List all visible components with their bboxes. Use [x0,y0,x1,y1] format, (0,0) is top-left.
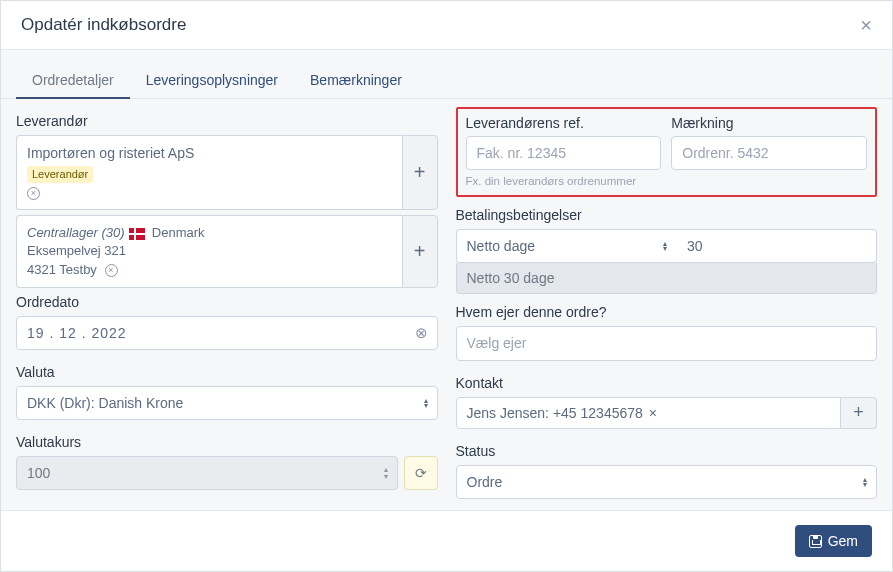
modal-footer: Gem [1,510,892,571]
owner-input[interactable] [456,326,878,360]
payment-days-input[interactable] [677,229,877,263]
modal-body: Ordredetaljer Leveringsoplysninger Bemær… [1,50,892,510]
warehouse-line2: 4321 Testby [27,262,97,277]
modal-title: Opdatér indkøbsordre [21,15,186,35]
remove-contact-icon[interactable]: × [649,405,657,421]
save-button[interactable]: Gem [795,525,872,557]
col-right: Leverandørens ref. Mærkning Fx. din leve… [456,107,878,499]
marking-input[interactable] [671,136,867,170]
supplier-card[interactable]: Importøren og risteriet ApS Leverandør × [16,135,402,210]
tab-delivery[interactable]: Leveringsoplysninger [130,62,294,98]
order-date-input[interactable] [16,316,438,350]
owner-label: Hvem ejer denne ordre? [456,304,878,320]
warehouse-country: Denmark [152,225,205,240]
order-date-label: Ordredato [16,294,438,310]
payment-type-select[interactable]: Netto dage [456,229,678,263]
tab-notes[interactable]: Bemærkninger [294,62,418,98]
rate-input [16,456,398,490]
status-label: Status [456,443,878,459]
close-icon[interactable]: × [860,15,872,35]
clear-date-icon[interactable]: ⊗ [415,324,428,342]
add-warehouse-button[interactable]: + [402,215,438,288]
warehouse-card-row: Centrallager (30) Denmark Eksempelvej 32… [16,215,438,288]
rate-label: Valutakurs [16,434,438,450]
danish-flag-icon [129,228,145,240]
supplier-ref-input[interactable] [466,136,662,170]
contact-label: Kontakt [456,375,878,391]
highlight-box: Leverandørens ref. Mærkning Fx. din leve… [456,107,878,197]
save-button-label: Gem [828,533,858,549]
currency-label: Valuta [16,364,438,380]
supplier-label: Leverandør [16,113,438,129]
contact-field[interactable]: Jens Jensen: +45 12345678 × [456,397,842,429]
tab-order-details[interactable]: Ordredetaljer [16,62,130,98]
remove-supplier-icon[interactable]: × [27,187,40,200]
refresh-rate-button[interactable]: ⟳ [404,456,438,490]
add-supplier-button[interactable]: + [402,135,438,210]
contact-value: Jens Jensen: +45 12345678 [467,405,643,421]
remove-warehouse-icon[interactable]: × [105,264,118,277]
payment-result: Netto 30 dage [456,263,878,294]
payment-label: Betalingsbetingelser [456,207,878,223]
warehouse-name: Centrallager (30) [27,225,125,240]
supplier-card-row: Importøren og risteriet ApS Leverandør ×… [16,135,438,210]
update-po-modal: Opdatér indkøbsordre × Ordredetaljer Lev… [0,0,893,572]
warehouse-line1: Eksempelvej 321 [27,243,126,258]
supplier-ref-label: Leverandørens ref. [466,115,662,131]
modal-header: Opdatér indkøbsordre × [1,1,892,50]
supplier-name: Importøren og risteriet ApS [27,144,392,164]
tab-content: Leverandør Importøren og risteriet ApS L… [1,99,892,510]
tab-bar: Ordredetaljer Leveringsoplysninger Bemær… [1,62,892,99]
supplier-ref-helper: Fx. din leverandørs ordrenummer [466,175,868,187]
currency-select[interactable]: DKK (Dkr): Danish Krone [16,386,438,420]
supplier-tag: Leverandør [27,166,93,183]
add-contact-button[interactable]: + [841,397,877,429]
save-icon [809,535,822,548]
warehouse-card[interactable]: Centrallager (30) Denmark Eksempelvej 32… [16,215,402,288]
status-select[interactable]: Ordre [456,465,878,499]
col-left: Leverandør Importøren og risteriet ApS L… [16,107,438,499]
marking-label: Mærkning [671,115,867,131]
